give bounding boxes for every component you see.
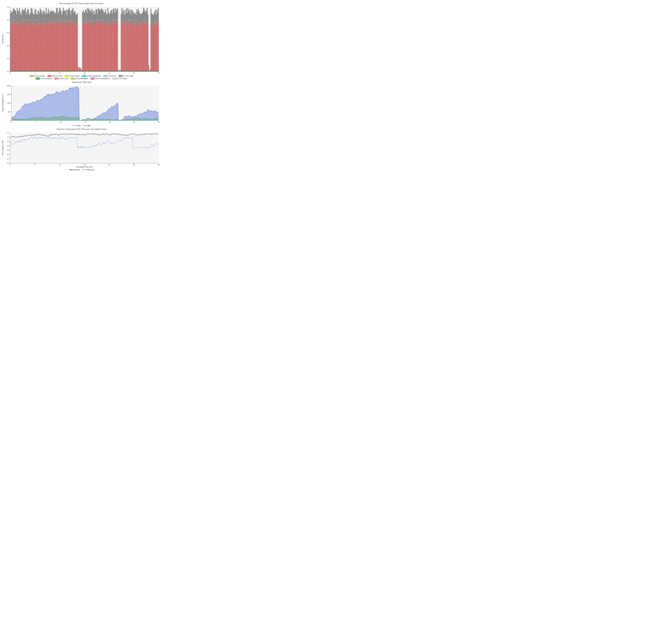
legend-label: (17.3%) ROS bbox=[123, 75, 133, 77]
cpu-usage-title: Planner Consumed CPU Time per Simulated … bbox=[1, 127, 162, 131]
legend-label: (0.6%) updateGen bbox=[87, 75, 101, 77]
cpu-time-title: Percentage of CPU Time Spent per Functio… bbox=[1, 1, 162, 5]
legend-label: (0.1%) Select bbox=[34, 75, 45, 77]
legend-label: Total bbox=[77, 125, 81, 127]
cpu-time-legend: (0.1%) Select(80.1%) Gain(0.0%) Value(0.… bbox=[1, 74, 162, 80]
trajectory-canvas bbox=[1, 84, 162, 124]
legend-item: (17.3%) ROS bbox=[118, 75, 133, 77]
legend-label: New bbox=[87, 125, 91, 127]
trajectory-legend: TotalNew bbox=[1, 124, 162, 127]
legend-item: (0.2%) Vis bbox=[104, 75, 116, 77]
legend-label: (0.0%) Cost bbox=[59, 78, 68, 80]
cpu-usage-legend: ProcessPlanning bbox=[1, 168, 162, 171]
legend-label: (0.0%) UpdateEval bbox=[95, 78, 110, 80]
legend-item: (0.6%) updateGen bbox=[82, 75, 101, 77]
legend-label: (80.1%) Gain bbox=[52, 75, 62, 77]
legend-label: (1.3%) Expand bbox=[40, 78, 52, 80]
trajectory-chart-wrapper: Trajectory Tree Size TotalNew bbox=[1, 80, 162, 127]
legend-item: (0.1%) Select bbox=[30, 75, 45, 77]
legend-item: (0.0%) Cost bbox=[54, 78, 68, 80]
legend-item: Process bbox=[69, 169, 80, 171]
legend-item: Total bbox=[72, 125, 81, 127]
legend-label: Process bbox=[74, 169, 80, 171]
legend-item: (0.0%) UpdateEval bbox=[91, 78, 110, 80]
legend-label: (0.2%) Vis bbox=[108, 75, 116, 77]
legend-item: Planning bbox=[82, 169, 94, 171]
legend-label: (0.3%) Other bbox=[117, 78, 127, 80]
cpu-time-chart-wrapper: Percentage of CPU Time Spent per Functio… bbox=[1, 1, 162, 80]
legend-item: (1.3%) Expand bbox=[36, 78, 52, 80]
cpu-usage-chart-wrapper: Planner Consumed CPU Time per Simulated … bbox=[1, 127, 162, 171]
charts-container: Percentage of CPU Time Spent per Functio… bbox=[0, 0, 163, 173]
legend-item: (0.3%) Other bbox=[112, 78, 127, 80]
legend-label: (0.0%) Value bbox=[70, 75, 80, 77]
legend-item: (0.0%) NextBest bbox=[71, 78, 88, 80]
cpu-usage-canvas bbox=[1, 131, 162, 168]
legend-item: (80.1%) Gain bbox=[48, 75, 62, 77]
cpu-time-canvas bbox=[1, 5, 162, 74]
legend-label: Planning bbox=[87, 169, 94, 171]
legend-label: (0.0%) NextBest bbox=[75, 78, 88, 80]
legend-item: (0.0%) Value bbox=[65, 75, 80, 77]
trajectory-title: Trajectory Tree Size bbox=[1, 80, 162, 84]
legend-item: New bbox=[83, 125, 91, 127]
